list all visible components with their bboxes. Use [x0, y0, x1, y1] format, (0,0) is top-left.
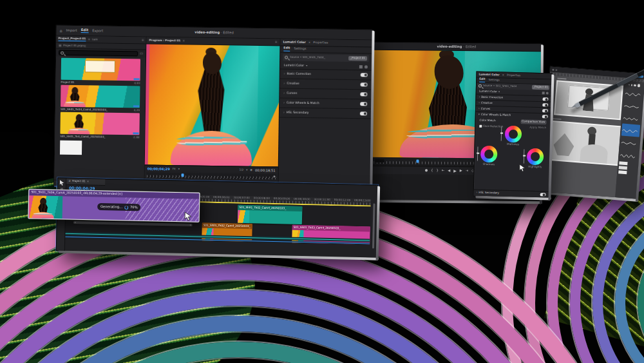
swatch[interactable]	[619, 161, 627, 165]
brush-preset[interactable]	[620, 152, 638, 159]
sequence-tab[interactable]: ≡ Project 01 ×	[66, 179, 105, 186]
add-marker-icon[interactable]: ●	[425, 169, 428, 172]
brush-preset[interactable]	[623, 116, 641, 123]
close-icon[interactable]: ×	[87, 181, 90, 183]
section-basic-correction[interactable]: Basic Correction	[287, 72, 311, 75]
chevron-right-icon[interactable]: ›	[284, 72, 285, 75]
mark-out-icon[interactable]: }	[436, 169, 438, 172]
toggle-hsl-secondary[interactable]	[540, 193, 546, 196]
play-icon[interactable]: ▶	[453, 169, 457, 173]
tab-project[interactable]: Project_Project 01	[58, 37, 86, 42]
tab-lumetri-color[interactable]: Lumetri Color	[283, 41, 305, 44]
folder-icon[interactable]: ▭	[140, 52, 143, 55]
section-hsl-secondary[interactable]: HSL Secondary	[287, 111, 309, 114]
generative-extend-clip[interactable]: S01_Sh01_Tk04_CamA_20250103_-00;00;04;29…	[28, 189, 200, 222]
search-input[interactable]	[59, 50, 138, 57]
photo-frame-2[interactable]	[548, 121, 622, 166]
monitor-playhead[interactable]	[182, 173, 184, 177]
swatch[interactable]	[618, 170, 627, 174]
toggle-curves[interactable]	[542, 109, 548, 112]
section-hsl-secondary[interactable]: HSL Secondary	[478, 191, 499, 195]
close-icon[interactable]: ×	[308, 41, 311, 44]
chevron-right-icon[interactable]: ›	[283, 101, 285, 104]
tab-lumetri-truncated[interactable]: Lum	[92, 38, 98, 41]
section-curves[interactable]: Curves	[287, 92, 297, 95]
bin-item-matte[interactable]	[60, 141, 82, 155]
subtab-settings[interactable]: Settings	[488, 79, 499, 82]
scrub-handle[interactable]	[274, 175, 276, 177]
chevron-down-icon[interactable]: ▾	[498, 90, 500, 93]
shadows-wheel[interactable]	[480, 146, 498, 163]
target-clip-chip[interactable]: _Project 01	[348, 56, 367, 61]
brush-preset[interactable]	[623, 104, 642, 110]
toggle-creative[interactable]	[542, 103, 548, 106]
tab-properties[interactable]: Properties	[313, 41, 328, 44]
section-basic-correction[interactable]: Basic Correction	[481, 96, 503, 99]
toggle-basic-correction[interactable]	[542, 97, 548, 101]
toggle-creative[interactable]	[360, 83, 367, 86]
close-icon[interactable]: ×	[88, 38, 90, 41]
chevron-right-icon[interactable]: ›	[478, 101, 480, 104]
brush-preset[interactable]	[621, 140, 639, 146]
go-to-in-icon[interactable]: ⇤	[442, 169, 444, 172]
section-creative[interactable]: Creative	[287, 82, 299, 85]
close-icon[interactable]: ×	[182, 39, 185, 42]
panel-menu-icon[interactable]: ≡	[142, 39, 144, 41]
tab-lumetri-color[interactable]: Lumetri Color	[478, 73, 499, 76]
toggle-basic-correction[interactable]	[361, 73, 368, 77]
swatch[interactable]	[619, 166, 627, 170]
vertical-scrollbar[interactable]	[372, 203, 375, 248]
midtones-wheel[interactable]	[505, 126, 522, 143]
subtab-edit[interactable]: Edit	[283, 47, 290, 52]
step-forward-icon[interactable]: ▶	[460, 169, 462, 172]
subtab-edit[interactable]: Edit	[479, 78, 485, 82]
bin-item[interactable]: S01_Sh01_Tk04_Cam4_20250103_ 4;29	[61, 85, 140, 113]
chevron-right-icon[interactable]: ›	[283, 111, 285, 114]
selection-tool-icon[interactable]	[59, 179, 64, 186]
close-icon[interactable]: ×	[502, 74, 505, 76]
target-clip-chip[interactable]: _Project 01	[532, 85, 549, 90]
highlights-wheel[interactable]	[527, 148, 544, 166]
toggle-color-wheels[interactable]	[542, 115, 548, 118]
fit-dropdown[interactable]: Fit	[173, 168, 176, 171]
comparison-view-button[interactable]: Comparison View	[520, 119, 547, 124]
preset-dropdown[interactable]: Lumetri Color	[284, 64, 304, 67]
brush-preset-selected[interactable]	[621, 124, 640, 137]
toggle-color-wheels[interactable]	[360, 102, 367, 106]
settings-icon[interactable]: ◉	[250, 169, 252, 172]
chevron-down-icon[interactable]: ▾	[246, 169, 247, 172]
step-back-icon[interactable]: ◀	[448, 169, 450, 172]
shadows-slider[interactable]	[477, 147, 478, 161]
tab-properties[interactable]: Properties	[507, 74, 520, 77]
chevron-right-icon[interactable]: ›	[477, 191, 478, 194]
section-creative[interactable]: Creative	[481, 102, 493, 105]
fx-badge-icon[interactable]	[359, 65, 363, 68]
section-curves[interactable]: Curves	[481, 108, 491, 111]
chevron-down-icon[interactable]: ▾	[306, 64, 307, 67]
section-color-wheels[interactable]: Color Wheels & Match	[481, 113, 511, 117]
toggle-hsl-secondary[interactable]	[360, 112, 367, 115]
current-timecode[interactable]: 00;00;04;29	[147, 167, 170, 171]
timeline-clip-teal[interactable]: S01_Sh01_Tk02_Cam4_20250103_	[238, 205, 303, 224]
tab-program[interactable]: Program : Project 01	[149, 39, 180, 42]
subtab-settings[interactable]: Settings	[294, 48, 306, 51]
chevron-right-icon[interactable]: ›	[283, 92, 285, 95]
bin-item[interactable]: S01_Sh01_Tk4_Cam4_20250103_ 2;38	[60, 112, 140, 141]
second-playhead[interactable]	[416, 159, 419, 162]
preset-dropdown[interactable]: Lumetri Color	[479, 90, 497, 93]
resolution-dropdown[interactable]: 1/2	[239, 169, 243, 172]
view-icon[interactable]	[365, 65, 368, 68]
brush-preset[interactable]	[625, 92, 643, 98]
chevron-right-icon[interactable]: ›	[284, 82, 285, 85]
bin-item[interactable]: Project 01 4;03	[61, 58, 140, 86]
fx-badge-icon[interactable]	[542, 92, 545, 94]
go-to-out-icon[interactable]: ⇥	[466, 170, 468, 173]
highlights-slider[interactable]	[524, 149, 525, 163]
toggle-curves[interactable]	[360, 92, 367, 96]
section-color-wheels[interactable]: Color Wheels & Match	[287, 101, 319, 104]
chevron-down-icon[interactable]: ▾	[178, 168, 180, 171]
chevron-right-icon[interactable]: ›	[478, 107, 480, 110]
midtones-slider[interactable]	[501, 127, 502, 141]
chevron-right-icon[interactable]: ›	[478, 95, 480, 98]
chevron-down-icon[interactable]: ▾	[478, 113, 480, 116]
